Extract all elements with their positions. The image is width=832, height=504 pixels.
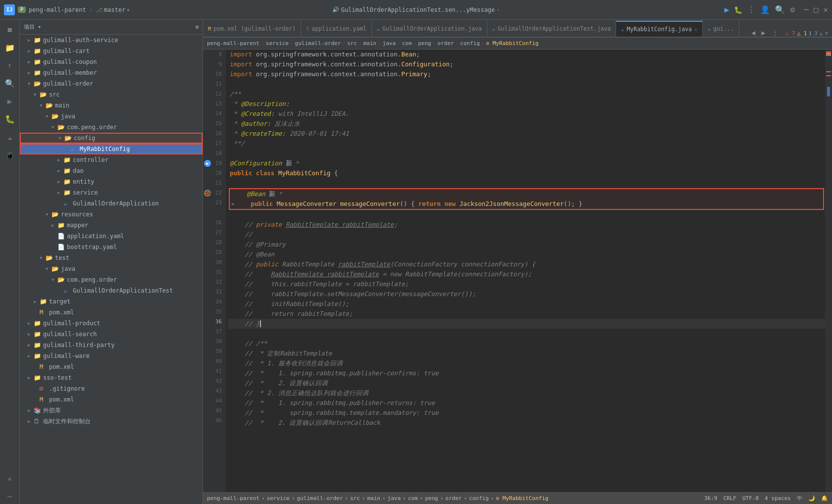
status-java2[interactable]: java (388, 495, 401, 502)
activity-more[interactable]: ⋯ (2, 488, 18, 504)
bc-service[interactable]: service (266, 40, 289, 47)
tree-item-auth-service[interactable]: ▶ 📁 gulimall-auth-service (20, 35, 203, 46)
activity-commits[interactable]: ↑ (2, 57, 18, 73)
bc-com[interactable]: com (402, 40, 412, 47)
bc-main[interactable]: main (363, 40, 376, 47)
bc-java[interactable]: java (383, 40, 396, 47)
status-bell[interactable]: 🔔 (821, 495, 828, 502)
settings-icon[interactable]: ⚙ (790, 5, 795, 14)
minimize-button[interactable]: ─ (804, 5, 809, 14)
close-button[interactable]: ✕ (823, 5, 828, 14)
project-name[interactable]: peng-mall-parent (29, 6, 86, 13)
activity-home[interactable]: ⊞ (2, 22, 18, 38)
tree-item-gulimall-order-app[interactable]: ☕ GulimallOrderApplication (20, 198, 203, 209)
tree-item-controller[interactable]: ▶ 📁 controller (20, 154, 203, 165)
bc-order2[interactable]: order (437, 40, 454, 47)
tree-item-product[interactable]: ▶ 📁 gulimall-product (20, 318, 203, 329)
status-spaces[interactable]: 4 spaces (765, 495, 791, 502)
activity-project[interactable]: 📁 (2, 40, 18, 55)
project-badge: P (18, 6, 26, 13)
bc-src[interactable]: src (347, 40, 357, 47)
tab-gulimall-order-app[interactable]: ☕ GulimallOrderApplication.java (372, 21, 487, 37)
activity-warnings[interactable]: ⚠ (2, 470, 18, 486)
bc-order[interactable]: gulimall-order (295, 40, 341, 47)
status-src[interactable]: src (350, 495, 360, 502)
tree-item-sso-test[interactable]: ▶ 📁 sso-test (20, 372, 203, 383)
tree-item-src[interactable]: ▼ 📂 src (20, 89, 203, 100)
tree-item-pom2[interactable]: M pom.xml (20, 394, 203, 405)
tree-item-config[interactable]: ▼ 📂 config (20, 133, 203, 144)
tree-item-member[interactable]: ▶ 📁 gulimall-member (20, 67, 203, 78)
debug-button[interactable]: 🐛 (734, 6, 742, 14)
status-peng-mall[interactable]: peng-mall-parent (207, 495, 260, 502)
tree-item-coupon[interactable]: ▶ 📁 gulimall-coupon (20, 56, 203, 67)
activity-android[interactable]: 📱 (2, 147, 18, 162)
tab-gui-more[interactable]: ☕ gui... (703, 21, 739, 37)
tab-gulimall-order-app-test[interactable]: ☕ GulimallOrderApplicationTest.java (487, 21, 617, 37)
run-button[interactable]: ▶ (725, 5, 729, 14)
tree-item-third-party[interactable]: ▶ 📁 gulimall-third-party (20, 340, 203, 351)
activity-run2[interactable]: ▶ (2, 93, 18, 109)
tree-item-order[interactable]: ▼ 📂 gulimall-order (20, 78, 203, 89)
bc-config[interactable]: config (460, 40, 480, 47)
user-icon[interactable]: 👤 (760, 5, 770, 14)
tree-item-pom-root[interactable]: M pom.xml (20, 361, 203, 372)
tree-item-scratches[interactable]: ▶ 🗒 临时文件和控制台 (20, 416, 203, 427)
activity-search2[interactable]: 🔍 (2, 75, 18, 91)
status-crlf[interactable]: CRLF (723, 495, 736, 502)
tree-item-service[interactable]: ▶ 📁 service (20, 187, 203, 198)
tree-item-external[interactable]: ▶ 📚 外部库 (20, 405, 203, 416)
tree-item-java[interactable]: ▼ 📂 java (20, 111, 203, 122)
maximize-button[interactable]: □ (814, 5, 819, 14)
bc-peng[interactable]: peng (418, 40, 431, 47)
tree-item-mapper[interactable]: ▶ 📁 mapper (20, 220, 203, 231)
tree-item-test-java[interactable]: ▼ 📂 java (20, 263, 203, 274)
code-editor[interactable]: import org.springframework.context.annot… (226, 50, 825, 492)
status-com2[interactable]: com (408, 495, 418, 502)
tab-application-yaml[interactable]: Y application.yaml (301, 21, 372, 37)
bc-myrabbitconfig[interactable]: ⊙ MyRabbitConfig (486, 40, 538, 47)
sidebar-gear[interactable]: ⚙ (195, 24, 199, 30)
status-service[interactable]: service (267, 495, 290, 502)
status-java-version[interactable]: 中 (797, 495, 802, 502)
tree-item-ware[interactable]: ▶ 📁 gulimall-ware (20, 351, 203, 361)
tree-item-com-peng-order[interactable]: ▼ 📂 com.peng.order (20, 122, 203, 133)
status-myrabbitconfig[interactable]: ⊙ MyRabbitConfig (496, 495, 548, 502)
status-order3[interactable]: order (445, 495, 462, 502)
tree-item-test-class[interactable]: ☕ GulimallOrderApplicationTest (20, 285, 203, 296)
status-main[interactable]: main (367, 495, 380, 502)
status-utf8[interactable]: UTF-8 (742, 495, 759, 502)
tree-item-gitignore[interactable]: ⊡ .gitignore (20, 383, 203, 394)
activity-deploy[interactable]: ☁ (2, 129, 18, 145)
tree-item-pom-order[interactable]: M pom.xml (20, 307, 203, 318)
tree-item-main[interactable]: ▼ 📂 main (20, 100, 203, 111)
tab-more-menu[interactable]: ⋮ (769, 29, 781, 37)
more-menu[interactable]: ⋮ (747, 5, 755, 14)
tree-item-resources[interactable]: ▼ 📂 resources (20, 209, 203, 220)
tree-item-bootstrap-yaml[interactable]: 📄 bootstrap.yaml (20, 242, 203, 252)
tab-nav-left[interactable]: ◀ (748, 29, 758, 37)
tab-pom[interactable]: M pom.xml (gulimall-order) (203, 21, 301, 37)
bc-root[interactable]: peng-mall-parent (207, 40, 260, 47)
tab-close-myrabbitconfig[interactable]: ✕ (694, 27, 697, 32)
search-icon[interactable]: 🔍 (775, 5, 785, 14)
tree-item-myrabbitconfig[interactable]: ☕ MyRabbitConfig (20, 144, 203, 154)
status-line-col[interactable]: 36:9 (704, 495, 718, 502)
tree-item-cart[interactable]: ▶ 📁 gulimall-cart (20, 46, 203, 56)
warnings-indicator[interactable]: ⚠ 7 △ 1 ℹ 3 ▲ ▼ (781, 30, 832, 37)
status-peng2[interactable]: peng (425, 495, 438, 502)
tree-item-test-com-peng-order[interactable]: ▼ 📂 com.peng.order (20, 274, 203, 285)
tree-item-dao[interactable]: ▶ 📁 dao (20, 165, 203, 176)
sidebar-header[interactable]: 项目 ▾ ⚙ (20, 20, 203, 35)
tab-myrabbitconfig[interactable]: ☕ MyRabbitConfig.java ✕ (616, 21, 703, 37)
tree-item-test[interactable]: ▼ 📂 test (20, 252, 203, 263)
status-config2[interactable]: config (469, 495, 489, 502)
tree-item-search[interactable]: ▶ 📁 gulimall-search (20, 329, 203, 340)
branch-name[interactable]: ⎇ master ✕ (96, 6, 130, 13)
status-gulimall-order[interactable]: gulimall-order (297, 495, 343, 502)
tree-item-entity[interactable]: ▶ 📁 entity (20, 176, 203, 187)
activity-debug2[interactable]: 🐛 (2, 111, 18, 127)
tab-nav-right[interactable]: ▶ (758, 29, 768, 37)
tree-item-target[interactable]: ▶ 📁 target (20, 296, 203, 307)
tree-item-application-yaml[interactable]: 📄 application.yaml (20, 231, 203, 242)
